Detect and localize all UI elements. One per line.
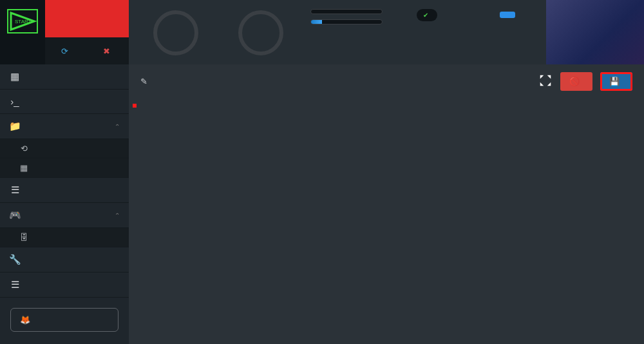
start-label: START: [15, 19, 32, 24]
cpu-bar: [310, 9, 383, 14]
list-icon: ☰: [9, 184, 21, 196]
folder-icon: 📁: [9, 120, 21, 132]
database-icon: 🗄: [18, 233, 30, 242]
network-block: ✔: [385, 0, 469, 64]
nav-game-settings[interactable]: 🎮⌃: [0, 203, 129, 228]
in-game-app-promo[interactable]: 🦊: [10, 308, 118, 332]
brand-block: [546, 0, 644, 64]
save-icon: 💾: [609, 77, 620, 86]
stats-block: [308, 0, 385, 64]
nav-automated-tasks[interactable]: ☰: [0, 178, 129, 203]
ram-gauge: [225, 9, 296, 55]
terminal-icon: ›_: [9, 96, 21, 107]
highlight-box: [133, 104, 137, 108]
nav-file-manager[interactable]: 📁⌃: [0, 114, 129, 139]
cancel-button[interactable]: 🚫: [560, 72, 592, 91]
fox-icon: 🦊: [20, 315, 30, 325]
network-stable-badge: ✔: [417, 9, 437, 21]
nav-backups[interactable]: ⟲: [0, 139, 129, 158]
swap-instance-button[interactable]: [500, 12, 515, 18]
clock-icon: ⟲: [18, 144, 30, 153]
list-icon: ☰: [9, 279, 21, 291]
check-icon: ✔: [423, 12, 428, 19]
edit-icon: ✎: [140, 77, 147, 86]
restart-button[interactable]: ⟳: [45, 37, 87, 64]
save-button[interactable]: 💾: [600, 72, 632, 91]
nav-mysql[interactable]: 🗄: [0, 228, 129, 247]
nav-manage-instance[interactable]: 🔧: [0, 247, 129, 272]
nav-console[interactable]: ›_: [0, 90, 129, 114]
nav-overview[interactable]: ▦: [0, 64, 129, 90]
sidebar: ▦ ›_ 📁⌃ ⟲ ▦ ☰ 🎮⌃ 🗄 🔧 ☰ 🦊: [0, 64, 129, 344]
ssd-bar: [310, 19, 383, 24]
cancel-icon: 🚫: [569, 77, 580, 86]
grid-icon: ▦: [18, 163, 30, 173]
grid-icon: ▦: [9, 71, 21, 82]
close-icon: ✖: [103, 46, 110, 56]
gamepad-icon: 🎮: [9, 209, 21, 221]
code-content[interactable]: [158, 99, 644, 104]
nav-debug[interactable]: ☰: [0, 272, 129, 298]
refresh-icon: ⟳: [61, 46, 68, 56]
fullscreen-icon[interactable]: [538, 73, 553, 90]
chevron-up-icon: ⌃: [115, 212, 120, 219]
kill-button[interactable]: ✖: [87, 37, 129, 64]
wrench-icon: 🔧: [9, 254, 21, 265]
server-status: [45, 0, 129, 37]
chevron-up-icon: ⌃: [115, 123, 120, 130]
game-block: [469, 0, 546, 64]
line-gutter: [129, 99, 151, 104]
start-button[interactable]: START: [7, 9, 38, 33]
code-editor[interactable]: [129, 99, 644, 344]
nav-one-click[interactable]: ▦: [0, 158, 129, 178]
players-gauge: [140, 9, 211, 55]
